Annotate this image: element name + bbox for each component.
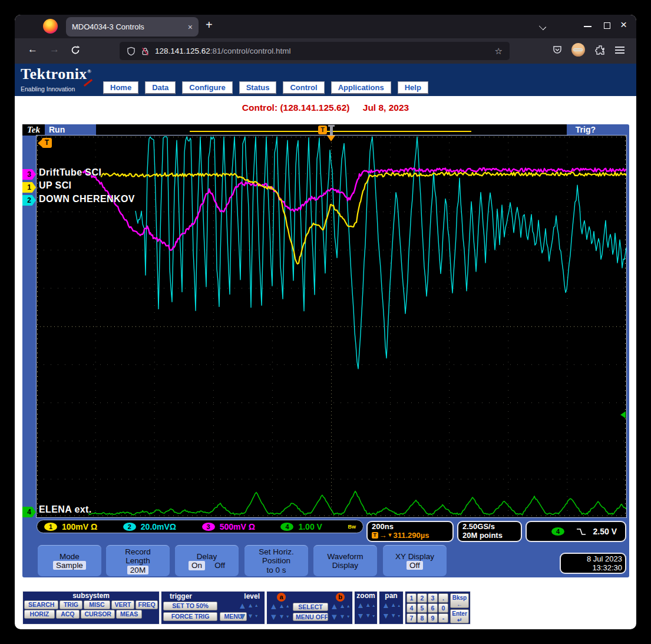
menu-button-set-horiz-position[interactable]: Set Horiz.Positionto 0 s bbox=[244, 545, 308, 576]
bookmark-star-icon[interactable]: ☆ bbox=[495, 46, 503, 57]
record-length: 20M points bbox=[462, 531, 517, 540]
subsystem-button-search[interactable]: SEARCH bbox=[24, 600, 58, 609]
level-up-arrows[interactable]: ▲▲▲ bbox=[238, 601, 259, 610]
channel-marker-ch4: 4 bbox=[22, 507, 36, 517]
channel-badge-ch4: 4 bbox=[280, 523, 293, 531]
horizontal-scale: 200ns bbox=[372, 522, 448, 531]
menu-button-mode[interactable]: ModeSample bbox=[38, 545, 101, 576]
zoom-panel: zoom ▲▲▲▼▼▼ bbox=[354, 591, 378, 625]
menu-off-button[interactable]: MENU OFF bbox=[293, 613, 328, 621]
nav-button-data[interactable]: Data bbox=[145, 81, 176, 94]
channel-readout-ch1: 1100mV Ω bbox=[44, 522, 97, 531]
enter-key[interactable]: Enter↵ bbox=[450, 609, 469, 623]
knob-b[interactable]: b bbox=[336, 593, 345, 602]
extensions-puzzle-icon[interactable] bbox=[595, 45, 606, 55]
channel-label-ch4: ELENA ext. bbox=[39, 504, 92, 515]
numpad-key-2[interactable]: 2 bbox=[417, 593, 427, 603]
numpad-key-4[interactable]: 4 bbox=[407, 603, 417, 613]
trigger-position-marker: T bbox=[318, 126, 327, 134]
nav-button-configure[interactable]: Configure bbox=[182, 81, 232, 94]
level-down-arrows[interactable]: ▼▼▼ bbox=[238, 612, 259, 620]
record-view-bar: T bbox=[96, 124, 567, 136]
browser-tab[interactable]: MDO4034-3 Controls × bbox=[66, 17, 199, 37]
trigger-panel: trigger level SET TO 50% FORCE TRIG MENU… bbox=[161, 591, 265, 625]
nav-button-home[interactable]: Home bbox=[103, 81, 138, 94]
subsystem-button-cursor[interactable]: CURSOR bbox=[81, 610, 115, 619]
back-button[interactable]: ← bbox=[28, 44, 38, 55]
pocket-icon[interactable] bbox=[552, 45, 563, 55]
firefox-icon[interactable] bbox=[43, 19, 58, 34]
subsystem-title: subsystem bbox=[23, 592, 159, 600]
tab-close-icon[interactable]: × bbox=[188, 22, 193, 32]
numpad-key-9[interactable]: 9 bbox=[428, 613, 438, 623]
reload-icon[interactable] bbox=[70, 45, 81, 55]
channel-readout-ch4: 41.00 V bbox=[280, 522, 322, 531]
scope-datetime: 8 Jul 2023 13:32:30 bbox=[560, 553, 626, 574]
pan-down-arrows[interactable]: ▼▼▼ bbox=[382, 612, 401, 620]
menu-button-record-length[interactable]: RecordLength20M bbox=[106, 545, 170, 576]
backspace-key[interactable]: Bksp← bbox=[450, 593, 469, 608]
site-nav: HomeDataConfigureStatusControlApplicatio… bbox=[103, 81, 428, 94]
numpad-key-7[interactable]: 7 bbox=[407, 613, 417, 623]
new-tab-button[interactable]: + bbox=[206, 18, 213, 32]
nav-button-control[interactable]: Control bbox=[283, 81, 324, 94]
knob-a-down-arrows[interactable]: ▼▼▼ bbox=[269, 612, 290, 621]
menu-hamburger-icon[interactable] bbox=[615, 47, 624, 54]
subsystem-button-trig[interactable]: TRIG bbox=[60, 600, 82, 609]
nav-button-help[interactable]: Help bbox=[398, 81, 428, 94]
numpad-key-1[interactable]: 1 bbox=[407, 593, 417, 603]
select-button[interactable]: SELECT bbox=[293, 603, 328, 611]
subsystem-button-horiz[interactable]: HORIZ bbox=[24, 610, 55, 619]
acquisition-status: Run bbox=[49, 125, 65, 134]
subsystem-button-vert[interactable]: VERT bbox=[111, 600, 134, 609]
window-maximize-button[interactable] bbox=[604, 22, 610, 29]
subsystem-button-misc[interactable]: MISC bbox=[84, 600, 111, 609]
control-status-left: Control: (128.141.125.62) bbox=[242, 103, 350, 113]
tek-scope-logo: Tek bbox=[22, 124, 45, 136]
control-status-date: Jul 8, 2023 bbox=[363, 103, 409, 113]
numpad-key-8[interactable]: 8 bbox=[417, 613, 427, 623]
menu-button-xy-display[interactable]: XY DisplayOff bbox=[383, 545, 447, 576]
knob-a-up-arrows[interactable]: ▲▲▲ bbox=[269, 602, 290, 610]
scope-date: 8 Jul 2023 bbox=[561, 554, 622, 563]
url-bar[interactable]: 128.141.125.62:81/control/control.html ☆ bbox=[120, 42, 510, 60]
nav-button-status[interactable]: Status bbox=[239, 81, 277, 94]
numpad-key-5[interactable]: 5 bbox=[417, 603, 427, 613]
pan-up-arrows[interactable]: ▲▲▲ bbox=[382, 601, 401, 609]
scope-screen: Tek Run T Trig? T DriftTube SCIUP SCIDOW… bbox=[22, 124, 629, 577]
menu-button-delay[interactable]: DelayOnOff bbox=[175, 545, 239, 576]
set-to-50-button[interactable]: SET TO 50% bbox=[163, 602, 217, 610]
shield-icon[interactable] bbox=[127, 47, 136, 56]
tektronix-header: Tektronix® Enabling Innovation HomeDataC… bbox=[15, 64, 636, 96]
zoom-up-arrows[interactable]: ▲▲▲ bbox=[356, 601, 376, 609]
tab-list-chevron-icon[interactable] bbox=[539, 23, 546, 30]
subsystem-button-acq[interactable]: ACQ bbox=[56, 610, 80, 619]
zoom-down-arrows[interactable]: ▼▼▼ bbox=[356, 612, 376, 620]
window-close-button[interactable]: × bbox=[620, 18, 627, 31]
nav-button-applications[interactable]: Applications bbox=[331, 81, 391, 94]
subsystem-button-freq[interactable]: FREQ bbox=[136, 600, 158, 609]
numpad-key-6[interactable]: 6 bbox=[428, 603, 438, 613]
channel-label-ch1: UP SCI bbox=[39, 180, 71, 191]
numpad-key-3[interactable]: 3 bbox=[428, 593, 438, 603]
pan-panel: pan ▲▲▲▼▼▼ bbox=[379, 591, 404, 625]
menu-button-waveform-display[interactable]: WaveformDisplay bbox=[313, 545, 377, 576]
force-trig-button[interactable]: FORCE TRIG bbox=[163, 612, 217, 621]
numpad-panel: 123.4560789- Bksp← Enter↵ bbox=[405, 591, 471, 625]
forward-button[interactable]: → bbox=[49, 44, 60, 55]
knob-a[interactable]: a bbox=[277, 593, 286, 602]
knob-b-up-arrows[interactable]: ▲▲▲ bbox=[330, 602, 351, 610]
channel-badge-ch3: 3 bbox=[202, 523, 215, 531]
window-minimize-button[interactable] bbox=[584, 26, 591, 27]
trace-ch4 bbox=[88, 491, 626, 515]
numpad-key-dot[interactable]: . bbox=[438, 593, 448, 603]
numpad-key-minus[interactable]: - bbox=[438, 613, 448, 623]
level-title: level bbox=[244, 592, 260, 600]
subsystem-button-meas[interactable]: MEAS bbox=[116, 610, 141, 619]
knob-b-down-arrows[interactable]: ▼▼▼ bbox=[330, 612, 351, 621]
browser-window: MDO4034-3 Controls × + × ← → 128.141.125… bbox=[15, 15, 636, 629]
account-avatar[interactable] bbox=[571, 43, 585, 57]
numpad-key-0[interactable]: 0 bbox=[438, 603, 448, 613]
insecure-lock-icon[interactable] bbox=[141, 47, 150, 56]
trigger-position-readout: T→▼311.290µs bbox=[372, 531, 448, 540]
